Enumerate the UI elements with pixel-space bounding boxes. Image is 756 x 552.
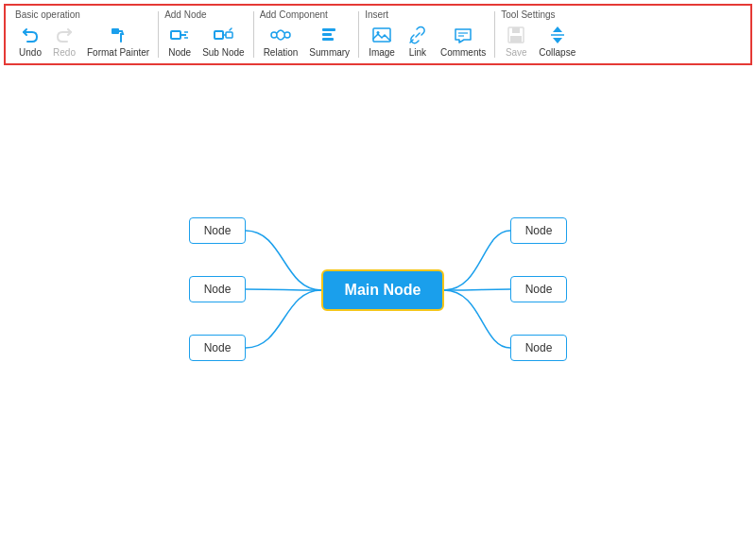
redo-icon xyxy=(53,24,76,46)
relation-button[interactable]: Relation xyxy=(260,22,302,60)
save-button[interactable]: Save xyxy=(501,22,531,60)
summary-icon xyxy=(318,24,341,46)
svg-point-8 xyxy=(271,32,277,38)
group-add-node: Add Node Node xyxy=(159,8,253,61)
redo-label: Redo xyxy=(53,47,76,58)
comments-label: Comments xyxy=(440,47,486,58)
format-painter-icon xyxy=(107,24,129,46)
add-component-items: Relation Summary xyxy=(260,22,354,60)
relation-label: Relation xyxy=(264,47,299,58)
right-node-2[interactable]: Node xyxy=(510,276,567,302)
summary-button[interactable]: Summary xyxy=(305,22,353,60)
svg-rect-12 xyxy=(322,38,334,41)
group-add-node-label: Add Node xyxy=(164,9,248,20)
collapse-label: Collapse xyxy=(539,47,576,58)
link-button[interactable]: Link xyxy=(403,22,433,60)
image-button[interactable]: Image xyxy=(365,22,399,60)
svg-rect-11 xyxy=(322,33,332,36)
node-button[interactable]: Node xyxy=(164,22,195,60)
image-label: Image xyxy=(369,47,395,58)
link-label: Link xyxy=(409,47,426,58)
sub-node-button[interactable]: Sub Node xyxy=(198,22,248,60)
toolbar: Basic operation Undo Redo xyxy=(4,4,752,65)
left-node-2[interactable]: Node xyxy=(189,276,246,302)
left-node-1[interactable]: Node xyxy=(189,217,246,244)
canvas: Node Node Node Main Node Node Node Node xyxy=(0,72,756,552)
svg-rect-19 xyxy=(510,36,522,43)
undo-button[interactable]: Undo xyxy=(15,22,45,60)
svg-rect-10 xyxy=(322,28,335,31)
svg-rect-0 xyxy=(112,28,119,34)
svg-rect-1 xyxy=(171,31,180,39)
tool-settings-items: Save Collapse xyxy=(501,22,579,60)
group-basic-operation: Basic operation Undo Redo xyxy=(9,8,159,61)
node-icon xyxy=(168,24,191,46)
group-tool-settings: Tool Settings Save xyxy=(495,8,585,61)
insert-items: Image Link xyxy=(365,22,490,60)
right-node-3[interactable]: Node xyxy=(510,335,567,361)
image-icon xyxy=(370,24,393,46)
comments-icon xyxy=(452,24,474,46)
relation-icon xyxy=(269,24,292,46)
group-add-component-label: Add Component xyxy=(260,9,354,20)
group-insert-label: Insert xyxy=(365,9,490,20)
right-node-1[interactable]: Node xyxy=(510,217,567,244)
undo-label: Undo xyxy=(19,47,42,58)
group-add-component: Add Component Relation xyxy=(254,8,360,61)
collapse-button[interactable]: Collapse xyxy=(535,22,579,60)
format-painter-button[interactable]: Format Painter xyxy=(83,22,153,60)
sub-node-label: Sub Node xyxy=(202,47,244,58)
mindmap: Node Node Node Main Node Node Node Node xyxy=(170,208,586,397)
sub-node-icon xyxy=(212,24,234,46)
format-painter-label: Format Painter xyxy=(87,47,149,58)
basic-operation-items: Undo Redo Format Painter xyxy=(15,22,153,60)
svg-rect-5 xyxy=(215,31,223,39)
svg-rect-18 xyxy=(512,27,520,33)
main-node[interactable]: Main Node xyxy=(321,269,444,311)
save-icon xyxy=(505,24,527,46)
group-insert: Insert Image xyxy=(359,8,495,61)
undo-icon xyxy=(19,24,42,46)
save-label: Save xyxy=(506,47,527,58)
group-tool-settings-label: Tool Settings xyxy=(501,9,579,20)
svg-point-9 xyxy=(284,32,290,38)
link-icon xyxy=(406,24,429,46)
summary-label: Summary xyxy=(309,47,350,58)
svg-rect-13 xyxy=(373,28,390,42)
comments-button[interactable]: Comments xyxy=(437,22,490,60)
add-node-items: Node Sub Node xyxy=(164,22,248,60)
node-label: Node xyxy=(168,47,191,58)
redo-button[interactable]: Redo xyxy=(49,22,79,60)
left-node-3[interactable]: Node xyxy=(189,335,246,361)
svg-rect-7 xyxy=(226,32,232,38)
group-basic-operation-label: Basic operation xyxy=(15,9,153,20)
collapse-icon xyxy=(546,24,569,46)
